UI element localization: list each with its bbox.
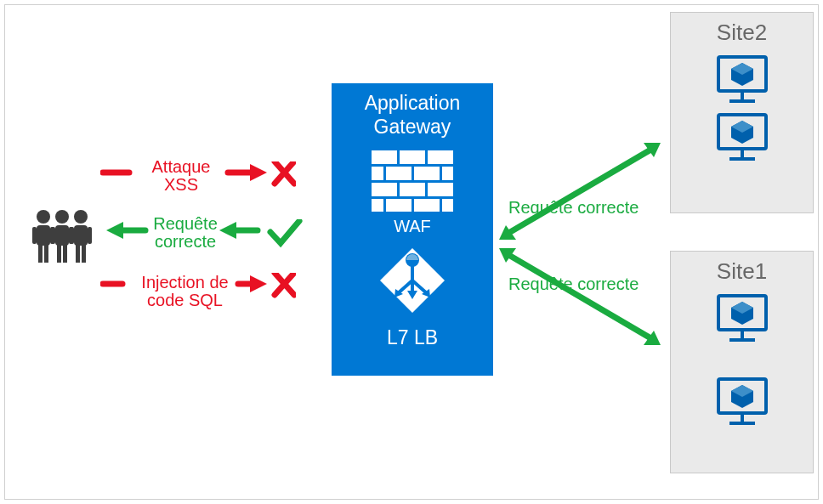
svg-rect-38: [414, 167, 440, 180]
svg-rect-37: [386, 167, 412, 180]
arrow-xss: [100, 161, 296, 192]
l7-lb-label: L7 LB: [332, 326, 493, 349]
svg-marker-26: [219, 222, 236, 239]
svg-rect-8: [57, 244, 61, 263]
svg-rect-36: [372, 167, 383, 180]
svg-line-58: [506, 253, 654, 340]
vm-icon: [716, 293, 769, 343]
vm-icon: [716, 377, 769, 426]
site1-title: Site1: [671, 258, 813, 285]
svg-line-55: [506, 148, 654, 235]
waf-label: WAF: [332, 217, 493, 236]
gateway-title-line2: Gateway: [374, 116, 451, 138]
svg-rect-39: [442, 167, 453, 180]
site2-box: Site2: [670, 12, 814, 213]
firewall-icon: [372, 150, 453, 212]
svg-rect-10: [51, 227, 55, 244]
svg-rect-46: [442, 199, 453, 212]
application-gateway-box: Application Gateway WAF L7 LB: [332, 83, 493, 376]
svg-rect-34: [400, 150, 425, 164]
svg-rect-16: [70, 227, 74, 244]
svg-rect-41: [400, 183, 425, 196]
svg-rect-45: [414, 199, 440, 212]
svg-rect-1: [37, 225, 50, 246]
arrow-to-site2: [494, 136, 671, 246]
svg-rect-2: [38, 244, 43, 263]
svg-rect-42: [428, 183, 453, 196]
svg-rect-14: [76, 244, 80, 263]
vm-icon: [716, 112, 769, 161]
svg-rect-9: [63, 244, 67, 263]
svg-rect-3: [44, 244, 48, 263]
svg-rect-33: [372, 150, 397, 164]
svg-marker-20: [250, 164, 267, 181]
site1-box: Site1: [670, 251, 814, 473]
svg-rect-17: [88, 227, 92, 244]
load-balancer-icon: [378, 246, 446, 314]
svg-rect-13: [74, 225, 88, 246]
svg-rect-15: [82, 244, 86, 263]
svg-rect-43: [372, 199, 383, 212]
label-valid-top: Requête correcte: [508, 199, 653, 217]
svg-marker-24: [106, 222, 123, 239]
users-icon: [29, 207, 95, 266]
arrow-sql: [100, 273, 296, 303]
svg-rect-35: [428, 150, 453, 164]
vm-icon: [716, 54, 769, 104]
svg-rect-44: [386, 199, 412, 212]
svg-rect-7: [55, 225, 69, 246]
site2-title: Site2: [671, 20, 813, 46]
svg-rect-4: [32, 227, 37, 244]
arrow-to-site1: [494, 241, 671, 352]
arrow-valid: [100, 219, 304, 253]
gateway-title: Application Gateway: [332, 92, 493, 139]
svg-point-6: [55, 210, 69, 224]
label-valid-bottom: Requête correcte: [508, 275, 653, 293]
svg-point-12: [74, 210, 88, 224]
gateway-title-line1: Application: [365, 92, 461, 114]
svg-rect-40: [372, 183, 397, 196]
svg-marker-29: [250, 275, 267, 292]
svg-point-0: [37, 210, 50, 224]
